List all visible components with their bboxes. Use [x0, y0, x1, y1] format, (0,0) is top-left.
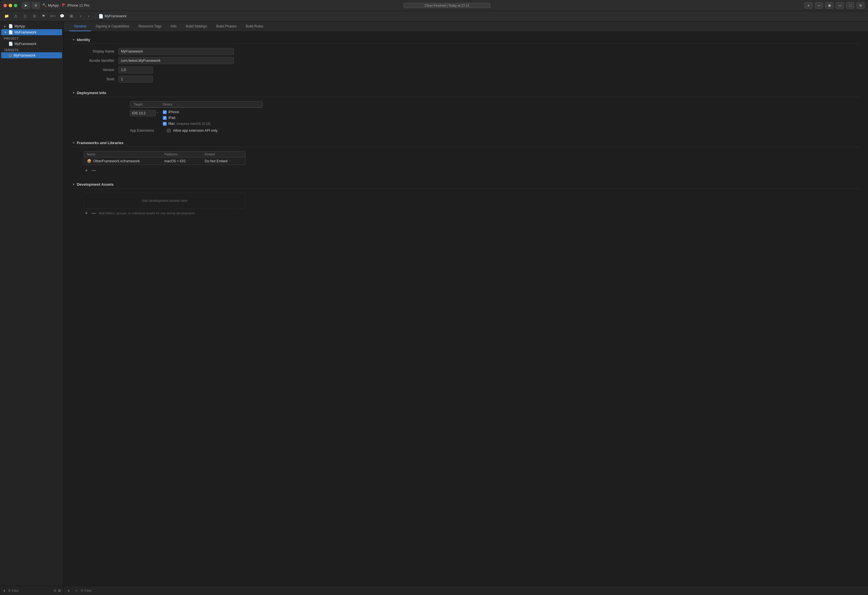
ios-row: iOS 13.2 iOS 14.0 iOS 15.0 ⌃ iPhone [130, 110, 859, 125]
fw-platforms-0: macOS + iOS ⌃ [164, 159, 205, 163]
maximize-button[interactable] [14, 4, 17, 7]
comment-icon[interactable]: 💬 [58, 12, 66, 20]
fw-name-label-0: OtherFramework.xcframework [93, 159, 140, 163]
identity-title: Identity [77, 38, 90, 42]
file-icon: 📄 [99, 14, 103, 18]
minimize-button[interactable] [9, 4, 12, 7]
app-ext-checkbox[interactable] [167, 129, 171, 133]
fw-name-0: 📦 OtherFramework.xcframework [87, 159, 164, 163]
dev-assets-add-btn[interactable]: + [84, 211, 89, 216]
app-ext-checkbox-label: Allow app extension API only [173, 128, 217, 133]
identity-toggle[interactable]: ▼ [72, 38, 75, 41]
device-table: Target Device [130, 101, 263, 108]
sidebar-add-btn[interactable]: + [2, 588, 6, 594]
breakpoint-icon[interactable]: ◇ [21, 12, 29, 20]
sidebar-item-myframework[interactable]: ▼ 📄 MyFramework [1, 29, 62, 35]
myframework-label: MyFramework [15, 30, 36, 34]
fw-add-button[interactable]: + [84, 168, 89, 173]
tab-build-rules[interactable]: Build Rules [241, 22, 268, 31]
version-row: Version [72, 66, 859, 73]
ios-version-select[interactable]: iOS 13.2 iOS 14.0 iOS 15.0 [130, 110, 156, 117]
tab-signing[interactable]: Signing & Capabilities [91, 22, 134, 31]
grid-icon[interactable]: ⊞ [32, 2, 40, 9]
fw-remove-button[interactable]: — [91, 168, 96, 173]
deployment-section: ▼ Deployment Info Target Device iOS 13.2 [72, 91, 859, 133]
target-name: MyFramework [13, 53, 35, 58]
inspector-btn[interactable]: ⊞ [856, 2, 865, 9]
display-name-input[interactable] [118, 48, 234, 55]
bundle-id-input[interactable] [118, 57, 234, 64]
close-button[interactable] [3, 4, 7, 7]
identity-section: ▼ Identity Display Name Bundle Identifie… [72, 38, 859, 83]
version-label: Version [72, 68, 118, 72]
sidebar-filter-input[interactable] [12, 589, 52, 592]
arrow-button[interactable]: ↔ [815, 2, 823, 9]
layout-btn-3[interactable]: ⬚ [846, 2, 854, 9]
ipad-checkbox[interactable] [163, 116, 167, 120]
tab-build-phases[interactable]: Build Phases [212, 22, 241, 31]
content-area: General Signing & Capabilities Resource … [63, 21, 868, 595]
back-arrow[interactable]: ‹ [77, 12, 84, 20]
layout-btn-2[interactable]: ▭ [836, 2, 844, 9]
dev-assets-remove-btn[interactable]: — [91, 211, 96, 216]
warning-icon[interactable]: ⚠ [12, 12, 20, 20]
tab-build-settings[interactable]: Build Settings [181, 22, 211, 31]
frameworks-table: Name Platforms Embed 📦 OtherFramework.xc… [84, 151, 245, 165]
identity-form: Display Name Bundle Identifier Version [72, 48, 859, 83]
status-bar: Clean Finished | Today at 17:13 [404, 3, 490, 8]
env-icon[interactable]: ⊙ [31, 12, 38, 20]
breadcrumb-target: iPhone 11 Pro [67, 3, 89, 7]
project-section-label: PROJECT [0, 35, 63, 41]
sidebar-target-item[interactable]: 🗂 MyFramework [1, 52, 62, 58]
frameworks-toggle[interactable]: ▼ [72, 141, 75, 145]
fw-table-header: Name Platforms Embed [84, 151, 245, 157]
bundle-id-label: Bundle Identifier [72, 59, 118, 63]
sidebar-item-myapp[interactable]: ▶ 📄 MyApp [1, 23, 62, 29]
forward-arrow[interactable]: › [85, 12, 92, 20]
version-input[interactable] [118, 66, 153, 73]
sidebar-clock-icon: ⊙ [53, 589, 56, 593]
bottom-add-btn[interactable]: + [66, 588, 72, 594]
iphone-checkbox[interactable] [163, 110, 167, 114]
nav-arrows: ‹ › [77, 12, 92, 20]
tab-info[interactable]: Info [166, 22, 181, 31]
target-icon: 🗂 [8, 53, 12, 58]
flow-icon[interactable]: ⟵ [49, 12, 57, 20]
toolbar: 📁 ⚠ ◇ ⊙ ⚑ ⟵ 💬 ⊞ ‹ › 📄 MyFramework [0, 11, 868, 21]
dev-assets-title: Development Assets [77, 182, 114, 187]
mac-checkbox-row: Mac (requires macOS 10.15) [163, 122, 211, 125]
sidebar: ▶ 📄 MyApp ▼ 📄 MyFramework PROJECT 📄 MyFr… [0, 21, 63, 595]
myframework-icon: 📄 [8, 30, 13, 34]
dev-assets-toggle[interactable]: ▼ [72, 183, 75, 186]
fw-file-icon-0: 📦 [87, 159, 92, 163]
sidebar-content: ▶ 📄 MyApp ▼ 📄 MyFramework PROJECT 📄 MyFr… [0, 21, 63, 586]
grid-view-icon[interactable]: ⊞ [68, 12, 75, 20]
filter-circle-icon: ⊙ [81, 589, 83, 592]
deployment-toggle[interactable]: ▼ [72, 91, 75, 94]
version-value [118, 66, 234, 73]
tab-resource[interactable]: Resource Tags [134, 22, 166, 31]
traffic-lights [3, 4, 17, 7]
tab-general[interactable]: General [69, 22, 91, 31]
layout-btn-1[interactable]: ▣ [825, 2, 833, 9]
mac-checkbox[interactable] [163, 122, 167, 125]
add-button[interactable]: + [805, 2, 813, 9]
breadcrumb-app: MyApp [48, 3, 59, 7]
flag-icon[interactable]: ⚑ [40, 12, 47, 20]
build-input[interactable] [118, 76, 153, 83]
fw-row-0: 📦 OtherFramework.xcframework macOS + iOS… [84, 157, 245, 165]
app-extensions-label: App Extensions [130, 128, 165, 133]
device-checkboxes: iPhone iPad Mac (requires macOS 10.15) [163, 110, 211, 125]
toolbar-separator [95, 13, 96, 19]
toolbar-breadcrumb: 📄 MyFramework [99, 14, 127, 18]
play-icon[interactable]: ▶ [22, 2, 30, 9]
bottom-minus-btn[interactable]: − [73, 588, 79, 594]
fw-embed-label-0: Do Not Embed [205, 159, 227, 163]
deployment-title: Deployment Info [77, 91, 106, 95]
sidebar-project-item[interactable]: 📄 MyFramework [1, 41, 62, 47]
filter-icon: ⊙ [8, 589, 11, 592]
titlebar-center: Clean Finished | Today at 17:13 [92, 3, 802, 8]
bottom-filter-input[interactable] [85, 589, 124, 592]
folder-icon[interactable]: 📁 [3, 12, 10, 20]
ipad-label: iPad [168, 116, 175, 120]
